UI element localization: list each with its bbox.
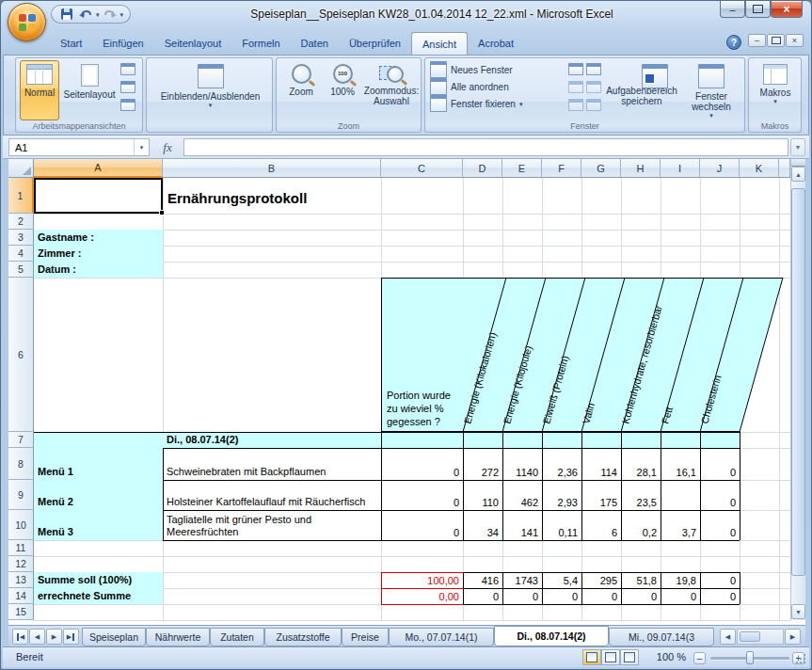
- row-header-12[interactable]: 12: [8, 556, 34, 572]
- cell-H9[interactable]: 23,5: [621, 480, 661, 510]
- select-all-corner[interactable]: [8, 159, 34, 178]
- custom-views-button[interactable]: [120, 81, 135, 93]
- row-header-13[interactable]: 13: [8, 572, 34, 588]
- cell-A8-menu1[interactable]: Menü 1: [34, 448, 163, 480]
- view-side-by-side-button[interactable]: [586, 63, 601, 75]
- sheet-tab-mi[interactable]: Mi., 09.07.14(3: [609, 628, 714, 646]
- column-header-K[interactable]: K: [740, 159, 779, 178]
- cell-C10[interactable]: 0: [381, 510, 463, 540]
- column-header-D[interactable]: D: [463, 159, 502, 178]
- freeze-panes-button[interactable]: Fenster fixieren ▾: [430, 96, 522, 111]
- cell-A13-summe-soll[interactable]: Summe soll (100%): [34, 572, 163, 588]
- sheet-tab-mo[interactable]: Mo., 07.07.14(1): [389, 628, 494, 646]
- cell-E14[interactable]: 0: [502, 588, 542, 604]
- expand-formula-bar-button[interactable]: ▼: [790, 138, 805, 156]
- resize-grip[interactable]: [795, 653, 806, 664]
- cell-A4-zimmer[interactable]: Zimmer :: [34, 246, 163, 262]
- vertical-scrollbar-thumb[interactable]: [791, 188, 805, 576]
- column-header-partial[interactable]: [779, 159, 790, 178]
- cell-D13[interactable]: 416: [463, 572, 502, 588]
- cell-J13[interactable]: 0: [700, 572, 740, 588]
- row-header-14[interactable]: 14: [8, 588, 34, 604]
- zoom-selection-button[interactable]: Zoommodus: Auswahl: [363, 60, 420, 120]
- row-header-4[interactable]: 4: [8, 246, 34, 262]
- save-workspace-button[interactable]: Aufgabenbereich speichern: [606, 60, 677, 120]
- help-button[interactable]: ?: [726, 35, 741, 50]
- cell-J14[interactable]: 0: [700, 588, 740, 604]
- undo-button[interactable]: [77, 7, 94, 23]
- sheet-tab-zusatzstoffe[interactable]: Zusatzstoffe: [264, 628, 342, 646]
- cell-C8[interactable]: 0: [381, 448, 463, 480]
- column-header-H[interactable]: H: [621, 159, 661, 178]
- cell-C14[interactable]: 0,00: [381, 588, 463, 604]
- horizontal-scrollbar[interactable]: [737, 629, 784, 645]
- close-button[interactable]: ×: [771, 1, 803, 18]
- cell-I10[interactable]: 3,7: [661, 510, 700, 540]
- vertical-scrollbar[interactable]: ▲ ▼: [790, 159, 805, 620]
- cell-G13[interactable]: 295: [581, 572, 621, 588]
- workbook-close-button[interactable]: ×: [786, 34, 804, 47]
- unhide-window-button[interactable]: [568, 99, 583, 111]
- tab-acrobat[interactable]: Acrobat: [468, 32, 524, 55]
- sheet-tab-zutaten[interactable]: Zutaten: [210, 628, 264, 646]
- switch-windows-button[interactable]: Fenster wechseln ▾: [681, 60, 741, 120]
- column-header-E[interactable]: E: [502, 159, 542, 178]
- insert-function-button[interactable]: fx: [155, 138, 180, 156]
- sheet-tab-di-active[interactable]: Di., 08.07.14(2): [494, 626, 609, 646]
- tab-ansicht[interactable]: Ansicht: [411, 32, 468, 55]
- scroll-up-button[interactable]: ▲: [791, 167, 805, 182]
- qat-customize-dropdown[interactable]: ▾: [120, 11, 124, 18]
- cell-F10[interactable]: 0,11: [542, 510, 581, 540]
- cell-A9-menu2[interactable]: Menü 2: [34, 480, 163, 510]
- split-button[interactable]: [568, 63, 583, 75]
- sync-scrolling-button[interactable]: [586, 81, 601, 93]
- workbook-minimize-button[interactable]: –: [748, 34, 766, 47]
- show-hide-button[interactable]: Einblenden/Ausblenden ▾: [152, 60, 268, 120]
- cell-G10[interactable]: 6: [581, 510, 621, 540]
- redo-button[interactable]: [102, 7, 119, 23]
- formula-input[interactable]: [183, 138, 788, 156]
- cell-G14[interactable]: 0: [581, 588, 621, 604]
- row-header-11[interactable]: 11: [8, 540, 34, 556]
- page-layout-view-button[interactable]: Seitenlayout: [61, 60, 118, 120]
- sheet-tab-preise[interactable]: Preise: [342, 628, 389, 646]
- cell-E8[interactable]: 1140: [502, 448, 542, 480]
- cell-E9[interactable]: 462: [502, 480, 542, 510]
- zoom-100-button[interactable]: 100 100%: [324, 60, 361, 120]
- row-header-2[interactable]: 2: [8, 214, 34, 230]
- column-header-I[interactable]: I: [661, 159, 700, 178]
- cell-A14-errechnete-summe[interactable]: errechnete Summe: [34, 588, 163, 604]
- minimize-button[interactable]: –: [720, 1, 745, 18]
- row-header-9[interactable]: 9: [8, 480, 34, 510]
- cell-D8[interactable]: 272: [463, 448, 502, 480]
- name-box-dropdown-icon[interactable]: ▾: [134, 139, 149, 155]
- maximize-button[interactable]: [745, 1, 771, 18]
- reset-window-button[interactable]: [586, 99, 601, 111]
- horizontal-scrollbar-thumb[interactable]: [740, 631, 760, 642]
- row-header-8[interactable]: 8: [8, 448, 34, 480]
- name-box[interactable]: A1 ▾: [8, 138, 150, 156]
- next-sheet-button[interactable]: ▶: [46, 629, 62, 645]
- cell-C13[interactable]: 100,00: [381, 572, 463, 588]
- save-button[interactable]: [58, 7, 75, 23]
- cell-I14[interactable]: 0: [661, 588, 700, 604]
- tab-einfuegen[interactable]: Einfügen: [92, 32, 153, 55]
- cell-B10-dish3[interactable]: Tagliatelle mit grüner Pesto und Meeresf…: [163, 510, 381, 540]
- cell-A5-datum[interactable]: Datum :: [34, 262, 163, 278]
- hide-window-button[interactable]: [568, 81, 583, 93]
- row-header-15[interactable]: 15: [8, 604, 34, 620]
- column-header-F[interactable]: F: [542, 159, 581, 178]
- cell-D10[interactable]: 34: [463, 510, 502, 540]
- last-sheet-button[interactable]: ▶: [63, 629, 79, 645]
- cell-F9[interactable]: 2,93: [542, 480, 581, 510]
- column-header-A[interactable]: A: [34, 159, 163, 178]
- tab-formeln[interactable]: Formeln: [231, 32, 290, 55]
- cell-B7-day[interactable]: Di., 08.07.14(2): [163, 432, 381, 448]
- page-break-preview-button[interactable]: [120, 63, 135, 75]
- cell-G8[interactable]: 114: [581, 448, 621, 480]
- cell-I13[interactable]: 19,8: [661, 572, 700, 588]
- macros-button[interactable]: Makros ▾: [755, 60, 796, 120]
- cell-H10[interactable]: 0,2: [621, 510, 661, 540]
- tab-start[interactable]: Start: [50, 32, 92, 55]
- previous-sheet-button[interactable]: ◀: [29, 629, 45, 645]
